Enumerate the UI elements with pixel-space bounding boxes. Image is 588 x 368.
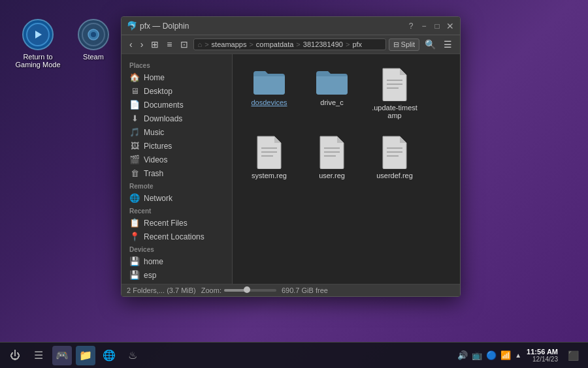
search-button[interactable]: 🔍: [422, 38, 438, 51]
maximize-button[interactable]: □: [433, 22, 442, 31]
sidebar-trash-label: Trash: [144, 169, 163, 178]
help-button[interactable]: ?: [406, 22, 416, 31]
trash-icon: 🗑: [129, 168, 140, 178]
gaming-mode-icon[interactable]: Return to Gaming Mode: [12, 16, 64, 71]
recent-locations-icon: 📍: [129, 232, 140, 241]
sidebar-item-home[interactable]: 🏠 Home: [122, 70, 232, 84]
breadcrumb-compatdata[interactable]: compatdata: [256, 40, 293, 48]
taskbar-steam-button[interactable]: ♨: [123, 346, 142, 365]
recent-label: Recent: [122, 205, 232, 216]
breadcrumb-steamapps[interactable]: steamapps: [212, 40, 247, 48]
split-button[interactable]: ⊟ Split: [389, 38, 419, 51]
home-device-icon: 💾: [129, 256, 140, 266]
close-button[interactable]: ✕: [446, 22, 455, 31]
sidebar-item-recent-locations[interactable]: 📍 Recent Locations: [122, 230, 232, 243]
screen-button[interactable]: ⬛: [563, 346, 583, 365]
sidebar-home-label: Home: [144, 73, 165, 82]
back-button[interactable]: ‹: [127, 38, 135, 51]
clock-time: 11:56 AM: [527, 348, 558, 356]
userdef-reg-label: userdef.reg: [376, 172, 413, 179]
split-icon: ⊟: [393, 40, 399, 49]
tray-monitor-icon[interactable]: 📺: [472, 350, 482, 360]
minimize-button[interactable]: −: [419, 22, 429, 31]
music-icon: 🎵: [129, 127, 140, 137]
taskbar-power-button[interactable]: ⏻: [5, 346, 25, 365]
view-detail-button[interactable]: ≡: [164, 38, 174, 51]
drive-c-label: drive_c: [320, 99, 343, 106]
status-bar: 2 Folders,... (3.7 MiB) Zoom: 690.7 GiB …: [122, 284, 460, 296]
dolphin-app-icon: 🐬: [127, 21, 137, 31]
breadcrumb: ⌂ > steamapps > compatdata > 3812381490 …: [193, 38, 386, 50]
videos-icon: 🎬: [129, 155, 140, 164]
remote-label: Remote: [122, 180, 232, 191]
steam-icon[interactable]: Steam: [67, 16, 120, 63]
sidebar-videos-label: Videos: [144, 155, 167, 164]
title-bar: 🐬 pfx — Dolphin ? − □ ✕: [122, 17, 460, 35]
recent-files-icon: 📋: [129, 218, 140, 228]
dosdevices-folder-icon: [252, 67, 286, 96]
sidebar-downloads-label: Downloads: [144, 114, 182, 123]
tray-wifi-icon[interactable]: 📶: [500, 350, 511, 360]
file-item-system-reg[interactable]: system.reg: [243, 132, 295, 182]
taskbar-files-button[interactable]: 📁: [76, 346, 95, 365]
userdef-reg-file-icon: [380, 135, 409, 169]
tray-audio-icon[interactable]: 🔊: [457, 350, 468, 360]
sidebar-item-recent-files[interactable]: 📋 Recent Files: [122, 216, 232, 230]
sidebar-recent-locations-label: Recent Locations: [144, 232, 204, 241]
sidebar-home-device-label: home: [144, 257, 163, 266]
update-timestamp-file-icon: [380, 67, 409, 101]
sidebar-item-network[interactable]: 🌐 Network: [122, 191, 232, 205]
sidebar-esp-label: esp: [144, 271, 156, 280]
sidebar-item-desktop[interactable]: 🖥 Desktop: [122, 84, 232, 98]
sidebar-item-downloads[interactable]: ⬇ Downloads: [122, 112, 232, 125]
clock: 11:56 AM 12/14/23: [527, 348, 558, 363]
dolphin-window: 🐬 pfx — Dolphin ? − □ ✕ ‹ › ⊞ ≡ ⊡ ⌂ > st…: [121, 16, 461, 297]
devices-label: Devices: [122, 243, 232, 254]
taskbar-menu-button[interactable]: ☰: [29, 346, 48, 365]
sidebar-pictures-label: Pictures: [144, 142, 172, 151]
sidebar-item-videos[interactable]: 🎬 Videos: [122, 153, 232, 166]
menu-button[interactable]: ☰: [441, 38, 455, 51]
file-item-userdef-reg[interactable]: userdef.reg: [368, 132, 421, 182]
breadcrumb-home-icon: ⌂: [198, 40, 203, 48]
view-icon-button[interactable]: ⊞: [148, 38, 161, 51]
taskbar-gamepad-button[interactable]: 🎮: [52, 346, 72, 365]
steam-label: Steam: [83, 53, 104, 61]
places-label: Places: [122, 59, 232, 70]
sidebar-documents-label: Documents: [144, 100, 184, 110]
breadcrumb-appid[interactable]: 3812381490: [303, 40, 343, 48]
taskbar-browser-button[interactable]: 🌐: [99, 346, 119, 365]
tray-expand-icon[interactable]: ▲: [515, 352, 521, 359]
sidebar-item-trash[interactable]: 🗑 Trash: [122, 166, 232, 180]
slider-fill: [224, 289, 245, 292]
forward-button[interactable]: ›: [138, 38, 146, 51]
main-area: Places 🏠 Home 🖥 Desktop 📄 Documents ⬇ Do…: [122, 54, 460, 284]
sidebar-item-esp[interactable]: 💾 esp: [122, 268, 232, 282]
window-controls: ? − □ ✕: [406, 22, 455, 31]
gaming-mode-img: [22, 19, 54, 50]
zoom-label: Zoom:: [201, 286, 221, 294]
clock-date: 12/14/23: [527, 356, 558, 363]
sidebar-item-home-device[interactable]: 💾 home: [122, 254, 232, 268]
file-item-user-reg[interactable]: user.reg: [306, 132, 358, 182]
file-item-dosdevices[interactable]: dosdevices: [243, 65, 295, 122]
tray-bluetooth-icon[interactable]: 🔵: [486, 350, 497, 360]
zoom-slider[interactable]: Zoom:: [201, 286, 276, 294]
slider-thumb: [244, 286, 250, 293]
documents-icon: 📄: [129, 100, 140, 110]
slider-track[interactable]: [224, 289, 276, 292]
sidebar-item-music[interactable]: 🎵 Music: [122, 125, 232, 139]
file-item-update-timestamp[interactable]: .update-timestamp: [368, 65, 421, 122]
free-space: 690.7 GiB free: [282, 286, 455, 294]
breadcrumb-pfx[interactable]: pfx: [352, 40, 362, 48]
toolbar-right: ⊟ Split 🔍 ☰: [389, 38, 455, 51]
sidebar-music-label: Music: [144, 128, 164, 137]
view-extra-button[interactable]: ⊡: [178, 38, 191, 51]
sidebar-item-pictures[interactable]: 🖼 Pictures: [122, 139, 232, 153]
sidebar-item-documents[interactable]: 📄 Documents: [122, 98, 232, 112]
file-item-drive-c[interactable]: drive_c: [306, 65, 358, 122]
sidebar-desktop-label: Desktop: [144, 87, 172, 96]
title-left: 🐬 pfx — Dolphin: [127, 21, 189, 31]
pictures-icon: 🖼: [129, 141, 140, 151]
downloads-icon: ⬇: [129, 114, 140, 123]
